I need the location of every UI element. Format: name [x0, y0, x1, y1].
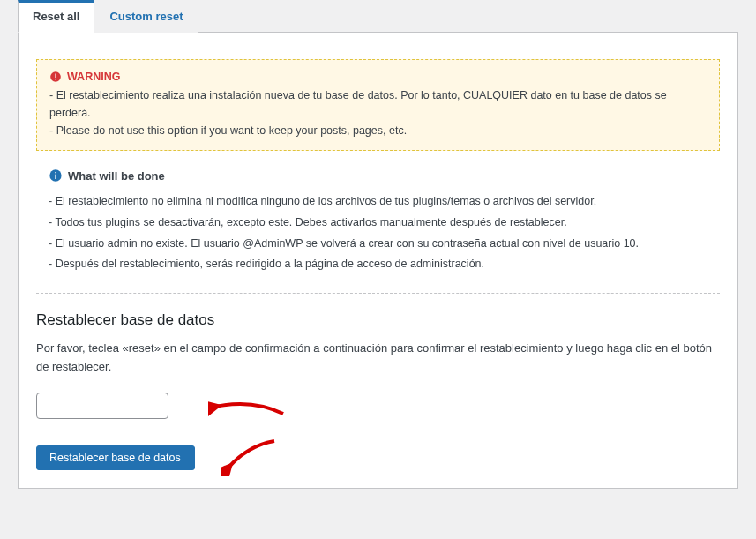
divider: [36, 293, 720, 294]
info-item: - El restablecimiento no elimina ni modi…: [49, 191, 720, 213]
info-list: - El restablecimiento no elimina ni modi…: [36, 191, 720, 275]
tab-custom-reset[interactable]: Custom reset: [94, 0, 198, 33]
tabs-bar: Reset all Custom reset: [18, 0, 738, 33]
reset-button[interactable]: Restablecer base de datos: [36, 445, 195, 470]
warning-label: WARNING: [67, 71, 120, 83]
panel-reset-all: WARNING - El restablecimiento realiza un…: [18, 33, 738, 489]
svg-rect-1: [55, 74, 56, 79]
svg-rect-4: [55, 175, 56, 179]
info-title: What will be done: [49, 168, 720, 183]
info-item: - El usuario admin no existe. El usuario…: [49, 234, 720, 255]
warning-line-1: - El restablecimiento realiza una instal…: [49, 86, 707, 122]
info-item: - Todos tus plugins se desactivarán, exc…: [49, 213, 720, 234]
info-icon: [49, 168, 63, 183]
svg-rect-5: [55, 172, 56, 173]
arrow-annotation-icon: [221, 437, 283, 476]
reset-instruction: Por favor, teclea «reset» en el campo de…: [36, 340, 720, 377]
warning-box: WARNING - El restablecimiento realiza un…: [36, 59, 720, 151]
reset-button-row: Restablecer base de datos: [36, 445, 720, 470]
warning-icon: [49, 71, 62, 83]
arrow-annotation-icon: [208, 394, 288, 421]
info-item: - Después del restablecimiento, serás re…: [49, 254, 720, 275]
info-label: What will be done: [68, 169, 165, 183]
confirm-input[interactable]: [36, 393, 168, 419]
warning-line-2: - Please do not use this option if you w…: [49, 122, 707, 139]
confirm-input-row: [36, 393, 720, 419]
reset-heading: Restablecer base de datos: [36, 311, 720, 329]
warning-title: WARNING: [49, 71, 707, 83]
tab-reset-all[interactable]: Reset all: [18, 0, 94, 33]
svg-rect-2: [55, 79, 56, 79]
